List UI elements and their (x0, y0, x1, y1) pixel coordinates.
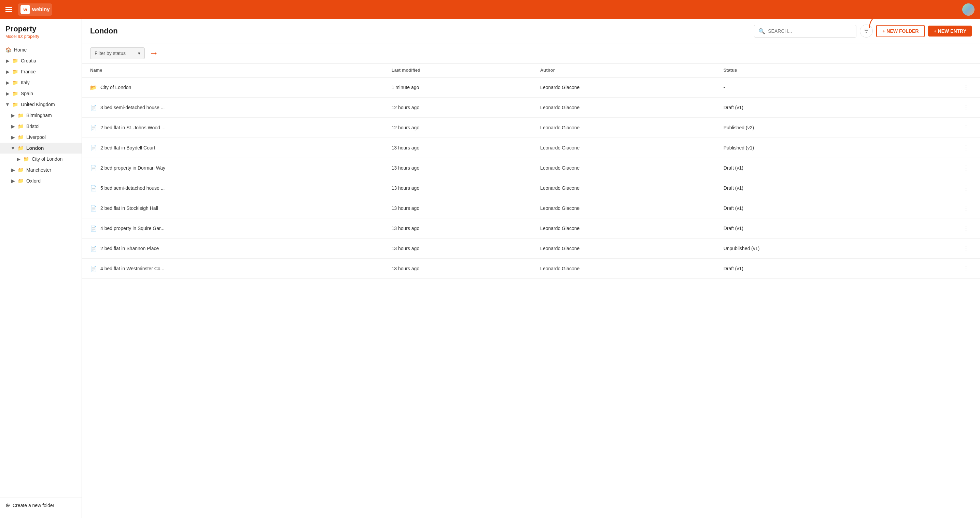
entry-name: 2 bed flat in Stockleigh Hall (100, 205, 158, 211)
table-row: 📄 2 bed flat in Boydell Court 13 hours a… (82, 138, 980, 158)
more-options-button[interactable]: ⋮ (960, 264, 972, 274)
topbar: w webiny (0, 0, 980, 19)
sidebar-model: Model ID: property (5, 34, 76, 39)
document-icon: 📄 (90, 265, 97, 272)
entry-name: City of London (100, 85, 131, 90)
cell-name: 📄 5 bed semi-detached house ... (82, 178, 383, 198)
entries-table: Name Last modified Author Status 📂 City … (82, 64, 980, 279)
status-filter-dropdown[interactable]: Filter by status ▾ (90, 48, 145, 59)
document-icon: 📄 (90, 165, 97, 171)
new-entry-button[interactable]: + NEW ENTRY (928, 25, 972, 37)
user-avatar[interactable] (962, 3, 975, 16)
sidebar-item-italy[interactable]: ▶ 📁 Italy (0, 77, 82, 88)
filter-status-label: Filter by status (95, 51, 126, 56)
sidebar-item-manchester[interactable]: ▶ 📁 Manchester (0, 164, 82, 175)
cell-modified: 12 hours ago (383, 98, 532, 118)
table-row: 📄 2 bed flat in Stockleigh Hall 13 hours… (82, 198, 980, 218)
logo[interactable]: w webiny (18, 3, 52, 16)
cell-name: 📄 4 bed property in Squire Gar... (82, 218, 383, 238)
filter-icon (864, 28, 869, 35)
entry-name: 4 bed flat in Westminster Co... (100, 266, 164, 271)
table-row: 📄 4 bed property in Squire Gar... 13 hou… (82, 218, 980, 238)
logo-icon: w (21, 5, 30, 14)
chevron-right-icon: ▶ (11, 179, 15, 183)
item-name: 📄 2 bed flat in Stockleigh Hall (90, 205, 375, 211)
search-input[interactable] (768, 28, 852, 34)
cell-modified: 12 hours ago (383, 118, 532, 138)
search-box[interactable]: 🔍 (754, 25, 856, 38)
chevron-right-icon: ▶ (5, 59, 10, 63)
more-options-button[interactable]: ⋮ (960, 82, 972, 92)
page-title: London (90, 27, 118, 35)
entry-name: 5 bed semi-detached house ... (100, 185, 165, 191)
content-header: London 🔍 (82, 19, 980, 43)
entry-name: 2 bed flat in Boydell Court (100, 145, 155, 151)
content-area: London 🔍 (82, 19, 980, 518)
chevron-right-icon: ▶ (11, 113, 15, 118)
cell-modified: 13 hours ago (383, 238, 532, 259)
cell-modified: 13 hours ago (383, 158, 532, 178)
table-row: 📄 5 bed semi-detached house ... 13 hours… (82, 178, 980, 198)
sidebar-footer: ⊕ Create a new folder (0, 497, 82, 513)
sidebar-item-oxford[interactable]: ▶ 📁 Oxford (0, 175, 82, 186)
more-options-button[interactable]: ⋮ (960, 122, 972, 133)
entry-name: 2 bed property in Dorman Way (100, 165, 165, 171)
sidebar-item-bristol[interactable]: ▶ 📁 Bristol (0, 121, 82, 132)
sidebar-item-france[interactable]: ▶ 📁 France (0, 66, 82, 77)
cell-actions: ⋮ (888, 178, 980, 198)
more-options-button[interactable]: ⋮ (960, 243, 972, 254)
more-options-button[interactable]: ⋮ (960, 163, 972, 173)
folder-icon: 📁 (12, 91, 18, 96)
cell-name: 📄 4 bed flat in Westminster Co... (82, 259, 383, 279)
new-folder-button[interactable]: + NEW FOLDER (876, 25, 925, 37)
table-row: 📄 3 bed semi-detached house ... 12 hours… (82, 98, 980, 118)
folder-icon: 📁 (23, 156, 29, 162)
folder-icon: 📁 (18, 113, 24, 118)
sidebar-item-label: Italy (21, 80, 30, 85)
folder-icon: 📁 (18, 145, 24, 151)
folder-icon: 📁 (12, 80, 18, 85)
item-name: 📂 City of London (90, 84, 375, 91)
cell-author: Leonardo Giacone (532, 98, 715, 118)
sidebar-item-birmingham[interactable]: ▶ 📁 Birmingham (0, 110, 82, 121)
table-container: Name Last modified Author Status 📂 City … (82, 64, 980, 518)
cell-name: 📄 2 bed flat in St. Johns Wood ... (82, 118, 383, 138)
model-id: property (24, 34, 39, 39)
cell-status: Published (v1) (715, 138, 888, 158)
folder-icon: 📁 (18, 167, 24, 173)
sidebar-item-home[interactable]: 🏠 Home (0, 44, 82, 55)
cell-author: Leonardo Giacone (532, 138, 715, 158)
chevron-right-icon: ▶ (5, 81, 10, 85)
document-icon: 📄 (90, 245, 97, 252)
cell-actions: ⋮ (888, 218, 980, 238)
cell-name: 📄 2 bed flat in Shannon Place (82, 238, 383, 259)
sidebar-item-spain[interactable]: ▶ 📁 Spain (0, 88, 82, 99)
table-row: 📄 4 bed flat in Westminster Co... 13 hou… (82, 259, 980, 279)
folder-icon: 📂 (90, 84, 97, 91)
document-icon: 📄 (90, 205, 97, 211)
chevron-right-icon: ▶ (11, 168, 15, 172)
more-options-button[interactable]: ⋮ (960, 183, 972, 193)
more-options-button[interactable]: ⋮ (960, 102, 972, 113)
sidebar-item-croatia[interactable]: ▶ 📁 Croatia (0, 55, 82, 66)
menu-button[interactable] (5, 7, 12, 12)
filter-button[interactable] (860, 25, 873, 38)
cell-actions: ⋮ (888, 158, 980, 178)
sidebar-item-city-of-london[interactable]: ▶ 📁 City of London (0, 154, 82, 164)
create-folder-button[interactable]: ⊕ Create a new folder (5, 502, 54, 508)
sidebar-item-label: Bristol (26, 124, 40, 129)
sidebar-item-london[interactable]: ▼ 📁 London (0, 143, 82, 154)
sidebar-item-liverpool[interactable]: ▶ 📁 Liverpool (0, 132, 82, 143)
sidebar-item-label: France (21, 69, 36, 75)
more-options-button[interactable]: ⋮ (960, 143, 972, 153)
filter-bar: Filter by status ▾ → (82, 43, 980, 64)
sidebar-item-label: City of London (32, 156, 62, 162)
sidebar-item-label: Croatia (21, 58, 36, 64)
col-name: Name (82, 64, 383, 77)
more-options-button[interactable]: ⋮ (960, 223, 972, 234)
sidebar-item-united-kingdom[interactable]: ▼ 📁 United Kingdom (0, 99, 82, 110)
sidebar-item-label: Oxford (26, 178, 41, 184)
more-options-button[interactable]: ⋮ (960, 203, 972, 213)
cell-modified: 13 hours ago (383, 138, 532, 158)
sidebar-item-label: Spain (21, 91, 33, 96)
